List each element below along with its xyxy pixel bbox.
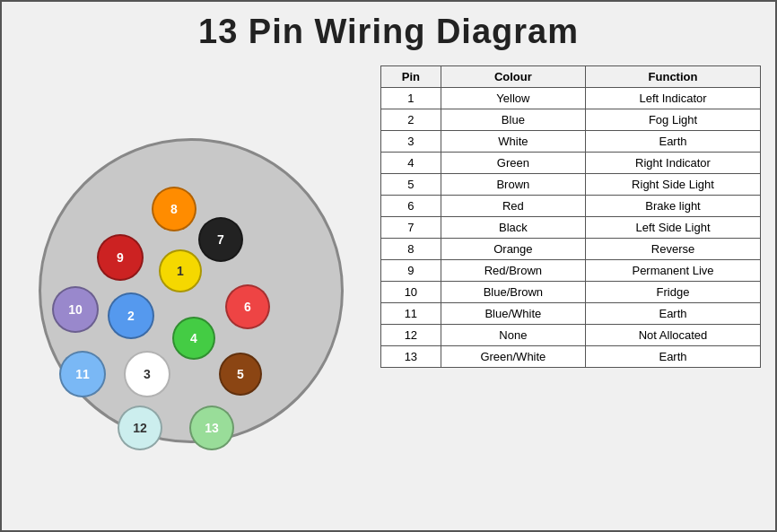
pin-circle-7: 7: [198, 217, 243, 262]
table-cell-11-2: Not Allocated: [586, 325, 761, 346]
table-cell-7-2: Reverse: [586, 239, 761, 260]
pin-circle-2: 2: [108, 292, 154, 339]
table-cell-5-1: Red: [441, 196, 585, 217]
table-row: 8OrangeReverse: [381, 239, 761, 260]
table-cell-3-2: Right Indicator: [586, 153, 761, 174]
pin-circle-9: 9: [97, 234, 144, 281]
table-header-row: PinColourFunction: [381, 66, 761, 88]
table-cell-2-1: White: [441, 131, 585, 153]
outer-circle: 12345678910111213: [39, 138, 344, 443]
table-cell-6-1: Black: [441, 217, 585, 239]
pin-circle-10: 10: [52, 286, 99, 333]
table-cell-2-2: Earth: [586, 131, 761, 153]
table-row: 13Green/WhiteEarth: [381, 346, 761, 368]
table-cell-12-0: 13: [381, 346, 441, 368]
table-cell-0-1: Yellow: [441, 88, 585, 109]
table-cell-10-1: Blue/White: [441, 303, 585, 325]
pin-circle-12: 12: [118, 406, 162, 450]
table-cell-2-0: 3: [381, 131, 441, 153]
table-cell-9-2: Fridge: [586, 282, 761, 303]
table-cell-1-2: Fog Light: [586, 109, 761, 131]
table-side: PinColourFunction 1YellowLeft Indicator2…: [380, 65, 761, 516]
table-cell-4-1: Brown: [441, 174, 585, 196]
page-title: 13 Pin Wiring Diagram: [2, 2, 775, 58]
table-cell-12-1: Green/White: [441, 346, 585, 368]
table-cell-11-1: None: [441, 325, 585, 346]
table-row: 10Blue/BrownFridge: [381, 282, 761, 303]
pin-circle-13: 13: [189, 406, 234, 450]
table-cell-6-2: Left Side Light: [586, 217, 761, 239]
table-header-0: Pin: [381, 66, 441, 88]
table-row: 4GreenRight Indicator: [381, 153, 761, 174]
table-cell-11-0: 12: [381, 325, 441, 346]
table-row: 7BlackLeft Side Light: [381, 217, 761, 239]
table-cell-4-0: 5: [381, 174, 441, 196]
table-cell-10-0: 11: [381, 303, 441, 325]
table-cell-0-2: Left Indicator: [586, 88, 761, 109]
table-row: 12NoneNot Allocated: [381, 325, 761, 346]
table-header-2: Function: [586, 66, 761, 88]
content-area: 12345678910111213 PinColourFunction 1Yel…: [2, 58, 775, 530]
circle-container: 12345678910111213: [39, 138, 344, 443]
pin-circle-1: 1: [159, 249, 202, 292]
table-cell-8-2: Permanent Live: [586, 260, 761, 282]
table-cell-6-0: 7: [381, 217, 441, 239]
table-cell-9-0: 10: [381, 282, 441, 303]
pin-circle-8: 8: [152, 187, 196, 231]
diagram-side: 12345678910111213: [16, 65, 366, 516]
table-cell-7-1: Orange: [441, 239, 585, 260]
table-cell-10-2: Earth: [586, 303, 761, 325]
table-cell-5-2: Brake light: [586, 196, 761, 217]
table-header-1: Colour: [441, 66, 585, 88]
table-cell-1-0: 2: [381, 109, 441, 131]
table-cell-5-0: 6: [381, 196, 441, 217]
pin-circle-11: 11: [59, 351, 106, 397]
table-cell-0-0: 1: [381, 88, 441, 109]
table-row: 1YellowLeft Indicator: [381, 88, 761, 109]
table-row: 3WhiteEarth: [381, 131, 761, 153]
table-cell-8-0: 9: [381, 260, 441, 282]
table-row: 6RedBrake light: [381, 196, 761, 217]
pin-circle-5: 5: [219, 353, 262, 396]
pin-circle-4: 4: [172, 317, 215, 360]
table-row: 2BlueFog Light: [381, 109, 761, 131]
table-row: 11Blue/WhiteEarth: [381, 303, 761, 325]
main-container: 13 Pin Wiring Diagram 12345678910111213 …: [0, 0, 777, 532]
table-cell-12-2: Earth: [586, 346, 761, 368]
wiring-table: PinColourFunction 1YellowLeft Indicator2…: [380, 65, 761, 368]
table-row: 5BrownRight Side Light: [381, 174, 761, 196]
table-row: 9Red/BrownPermanent Live: [381, 260, 761, 282]
table-cell-9-1: Blue/Brown: [441, 282, 585, 303]
table-cell-1-1: Blue: [441, 109, 585, 131]
pin-circle-3: 3: [124, 351, 170, 397]
table-cell-3-0: 4: [381, 153, 441, 174]
table-cell-8-1: Red/Brown: [441, 260, 585, 282]
table-cell-3-1: Green: [441, 153, 585, 174]
pin-circle-6: 6: [225, 284, 270, 329]
table-cell-4-2: Right Side Light: [586, 174, 761, 196]
table-cell-7-0: 8: [381, 239, 441, 260]
table-body: 1YellowLeft Indicator2BlueFog Light3Whit…: [381, 88, 761, 368]
